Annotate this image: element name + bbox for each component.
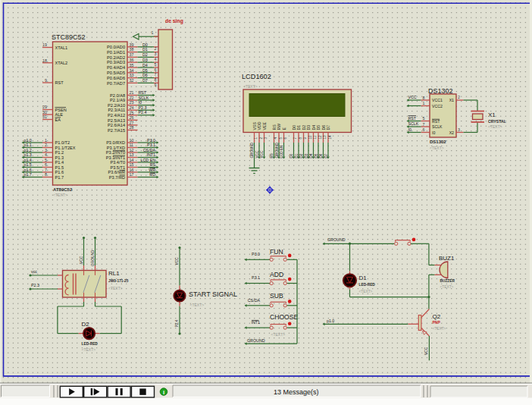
svg-text:p1.1: p1.1 [24, 143, 32, 147]
svg-text:de sing: de sing [165, 18, 183, 24]
svg-text:VCC: VCC [175, 257, 179, 265]
svg-text:24: 24 [130, 105, 134, 110]
svg-text:6: 6 [155, 68, 157, 72]
svg-text:p1.6: p1.6 [24, 168, 32, 172]
svg-text:14: 14 [130, 158, 134, 162]
svg-text:LCD EN: LCD EN [280, 146, 283, 159]
svg-text:10: 10 [130, 138, 134, 143]
svg-text:VCC: VCC [408, 95, 417, 99]
svg-text:7: 7 [423, 122, 425, 127]
svg-text:D0: D0 [142, 42, 148, 47]
svg-text:31: 31 [42, 115, 47, 119]
svg-text:p1.0: p1.0 [327, 319, 334, 323]
svg-text:10: 10 [308, 135, 312, 140]
svg-text:D7: D7 [326, 125, 330, 130]
svg-text:VCC1: VCC1 [432, 98, 443, 102]
svg-text:RS: RS [270, 153, 274, 158]
svg-text:p1.0: p1.0 [24, 138, 32, 143]
svg-text:1: 1 [152, 30, 154, 35]
svg-text:7: 7 [155, 72, 157, 77]
svg-text:37: 37 [130, 52, 134, 57]
svg-text:13: 13 [130, 152, 134, 157]
svg-text:D1: D1 [359, 275, 368, 281]
svg-text:P1.0/T2: P1.0/T2 [55, 140, 70, 145]
svg-text:12: 12 [130, 148, 134, 152]
svg-text:D2: D2 [302, 125, 306, 130]
svg-text:P2.4: P2.4 [175, 319, 179, 327]
svg-text:1: 1 [254, 137, 258, 140]
svg-text:JW0-171-25: JW0-171-25 [108, 279, 129, 283]
svg-text:P0.0/AD0: P0.0/AD0 [107, 45, 125, 49]
svg-text:LCD1602: LCD1602 [242, 73, 271, 80]
svg-text:i: i [163, 389, 164, 396]
svg-text:16: 16 [130, 168, 134, 172]
svg-text:DS1302: DS1302 [428, 87, 453, 95]
svg-text:D0: D0 [292, 125, 296, 130]
svg-text:GROUND: GROUND [327, 237, 346, 242]
svg-text:D3: D3 [306, 125, 311, 130]
svg-text:33: 33 [130, 73, 134, 77]
svg-text:P3.6/WR: P3.6/WR [108, 170, 125, 174]
svg-text:P2.1/A9: P2.1/A9 [110, 98, 125, 102]
svg-text:VCC2: VCC2 [432, 104, 443, 108]
svg-text:P2.6/A14: P2.6/A14 [108, 123, 125, 127]
svg-text:RW: RW [277, 124, 281, 130]
svg-text:13 Message(s): 13 Message(s) [274, 388, 319, 396]
svg-text:5: 5 [423, 116, 425, 121]
svg-text:<TEXT>: <TEXT> [190, 303, 205, 307]
svg-text:6: 6 [45, 162, 47, 167]
svg-text:5: 5 [279, 137, 283, 140]
svg-text:VSS: VSS [252, 122, 257, 130]
svg-text:LCD EN: LCD EN [141, 158, 156, 162]
svg-text:D3: D3 [142, 58, 148, 62]
svg-text:2: 2 [458, 95, 460, 99]
svg-text:AT89C52: AT89C52 [53, 187, 73, 192]
svg-text:PNP: PNP [433, 320, 441, 325]
svg-text:<TEXT>: <TEXT> [53, 193, 67, 197]
svg-text:P1.5: P1.5 [55, 165, 64, 170]
svg-text:3: 3 [264, 137, 268, 140]
svg-text:6: 6 [283, 137, 287, 140]
svg-text:P0.5/AD5: P0.5/AD5 [107, 71, 125, 75]
svg-text:VCC: VCC [80, 256, 83, 264]
svg-text:INT1: INT1 [252, 320, 261, 325]
svg-text:P3.0: P3.0 [147, 138, 155, 143]
svg-text:P0.1/AD1: P0.1/AD1 [107, 50, 125, 55]
svg-text:LED-RED: LED-RED [82, 342, 99, 346]
svg-text:29: 29 [42, 105, 47, 109]
svg-text:P3.3/INT1: P3.3/INT1 [106, 155, 125, 160]
svg-text:<TEXT>: <TEXT> [430, 146, 444, 150]
svg-text:p1.3: p1.3 [24, 152, 32, 157]
svg-text:P3.7/RD: P3.7/RD [109, 175, 125, 180]
svg-text:VCC: VCC [255, 150, 259, 158]
svg-text:D5: D5 [142, 68, 148, 73]
svg-text:RST: RST [55, 80, 64, 85]
svg-text:BUZ1: BUZ1 [439, 255, 455, 262]
svg-text:D6: D6 [321, 125, 326, 130]
svg-text:D4: D4 [311, 125, 316, 130]
svg-text:9: 9 [155, 83, 157, 87]
svg-text:P1.1/T2EX: P1.1/T2EX [55, 146, 76, 150]
svg-text:RS: RS [272, 124, 277, 130]
svg-text:39: 39 [130, 42, 134, 47]
svg-text:FUN: FUN [270, 248, 283, 256]
svg-text:34: 34 [130, 68, 134, 73]
svg-text:p1.4: p1.4 [24, 158, 32, 162]
svg-text:D7: D7 [324, 153, 328, 158]
svg-text:2: 2 [45, 143, 47, 147]
svg-text:CS/DA: CS/DA [143, 148, 156, 152]
svg-text:Q2: Q2 [433, 313, 441, 320]
svg-text:XTAL2: XTAL2 [55, 61, 68, 65]
svg-text:D0: D0 [289, 153, 293, 158]
svg-text:PSEN: PSEN [55, 108, 67, 112]
svg-text:RST: RST [432, 119, 440, 124]
svg-text:P3.5/T1: P3.5/T1 [110, 165, 125, 170]
svg-text:D5: D5 [315, 153, 318, 158]
svg-text:9: 9 [303, 137, 307, 140]
svg-text:25: 25 [130, 111, 134, 115]
svg-text:RL1: RL1 [108, 270, 120, 277]
svg-text:VCC: VCC [260, 150, 264, 158]
svg-text:GROUND: GROUND [250, 142, 254, 158]
svg-text:12: 12 [318, 135, 322, 140]
svg-text:p1.5: p1.5 [24, 162, 32, 167]
